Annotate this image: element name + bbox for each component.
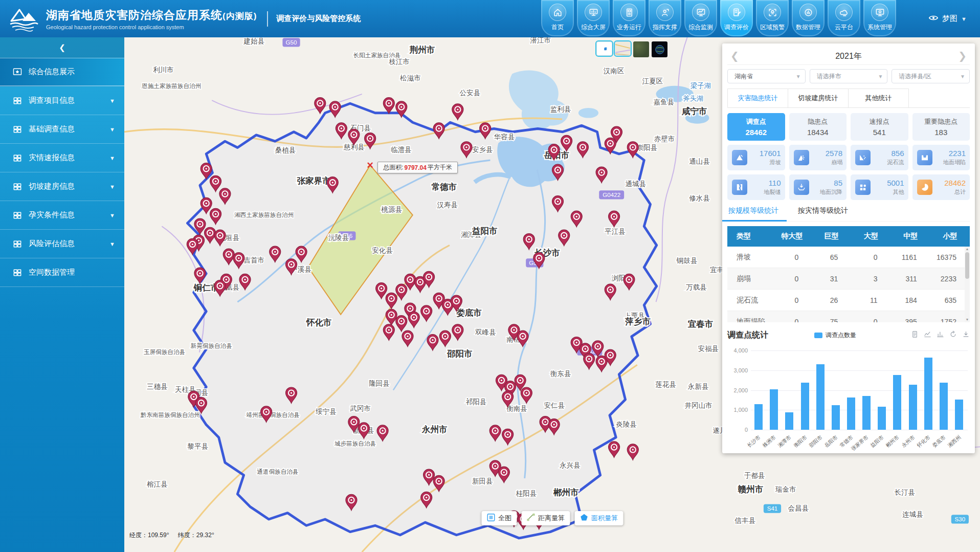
stat-card-重要隐患点[interactable]: 重要隐患点183 — [912, 113, 970, 141]
chart-bar-张家界市[interactable] — [862, 396, 871, 430]
county-label: 恩施土家族苗族自治州 — [141, 82, 201, 89]
hazard-card-滑坡[interactable]: 17601滑坡 — [727, 145, 785, 170]
region-select-2[interactable]: 请选择县/区▼ — [892, 69, 970, 83]
hazard-card-地面沉降[interactable]: 85地面沉降 — [789, 174, 847, 200]
nav-item-指挥支撑[interactable]: 指挥支撑 — [649, 0, 681, 36]
data-view-icon[interactable] — [911, 330, 919, 340]
nav-item-业务运行[interactable]: 业务运行 — [613, 0, 645, 36]
next-year-button[interactable]: ❯ — [955, 50, 970, 62]
chart-bar-衡阳市[interactable] — [801, 383, 809, 430]
chart-bar-湘潭市[interactable] — [785, 412, 793, 430]
table-row[interactable]: 崩塌03133112233 — [727, 268, 970, 290]
sidebar-item-孕灾条件信息[interactable]: 孕灾条件信息▼ — [0, 201, 124, 230]
chart-bar-长沙市[interactable] — [754, 404, 763, 430]
nav-item-综合监测[interactable]: 综合监测 — [684, 0, 717, 36]
nav-item-label: 首页 — [551, 23, 564, 32]
line-chart-icon[interactable] — [924, 330, 931, 340]
table-cell: 滑坡 — [727, 253, 772, 262]
scroll-up-icon[interactable]: ▲ — [965, 247, 970, 252]
region-select-1[interactable]: 请选择市▼ — [810, 69, 888, 83]
satellite-thumbnail[interactable] — [633, 41, 649, 57]
tab-其他统计[interactable]: 其他统计 — [848, 89, 909, 107]
chart-bar-常德市[interactable] — [847, 398, 855, 430]
tab-灾害隐患统计[interactable]: 灾害隐患统计 — [727, 89, 788, 107]
nav-item-调查评价[interactable]: 调查评价 — [720, 0, 753, 36]
measure-marker-icon: ✕ — [366, 160, 373, 170]
chart-bar-永州市[interactable] — [909, 385, 917, 430]
table-scrollbar[interactable]: ▲ ▼ — [965, 247, 970, 322]
map-tool-距离量算[interactable]: 距离量算 — [521, 511, 570, 525]
nav-item-label: 调查评价 — [724, 23, 749, 32]
user-menu[interactable]: 梦图 ▼ — [928, 0, 967, 37]
stat-card-label: 速报点 — [870, 117, 889, 126]
stat-card-隐患点[interactable]: 隐患点18434 — [789, 113, 847, 141]
chart-bar-郴州市[interactable] — [893, 375, 901, 430]
main-nav: 首页综合大屏业务运行指挥支撑综合监测调查评价区域预警数据管理云平台系统管理 — [541, 0, 899, 37]
tab-切坡建房统计[interactable]: 切坡建房统计 — [788, 89, 849, 107]
hazard-card-泥石流[interactable]: 856泥石流 — [851, 145, 908, 170]
nav-item-数据管理[interactable]: 数据管理 — [792, 0, 825, 36]
nav-item-系统管理[interactable]: 系统管理 — [863, 0, 896, 36]
sidebar-item-灾情速报信息[interactable]: 灾情速报信息▼ — [0, 144, 124, 172]
county-label: 黎平县 — [188, 443, 209, 450]
stat-card-调查点[interactable]: 调查点28462 — [727, 113, 785, 141]
app-title: 湖南省地质灾害防治综合应用系统 — [46, 9, 222, 21]
sidebar-item-调查项目信息[interactable]: 调查项目信息▼ — [0, 86, 124, 115]
eye-icon — [928, 13, 939, 25]
chart-bar-娄底市[interactable] — [940, 383, 948, 430]
hazard-card-崩塌[interactable]: 2578崩塌 — [789, 145, 847, 170]
grade-subtabs: 按规模等级统计按灾情等级统计 — [727, 206, 970, 222]
prev-year-button[interactable]: ❮ — [727, 50, 742, 62]
sidebar-item-综合信息展示[interactable]: 综合信息展示 — [0, 58, 124, 86]
table-cell: 3 — [851, 275, 890, 283]
county-label: 通山县 — [689, 158, 710, 165]
nav-item-综合大屏[interactable]: 综合大屏 — [577, 0, 610, 36]
collapse-icon — [794, 150, 809, 165]
hazard-card-label: 泥石流 — [887, 159, 904, 166]
chart-bar-湘西州[interactable] — [955, 400, 963, 430]
refresh-icon[interactable] — [949, 330, 957, 340]
globe-thumbnail[interactable] — [652, 41, 667, 57]
table-body[interactable]: 滑坡0650116116375崩塌03133112233泥石流026111846… — [727, 247, 970, 322]
hazard-card-总计[interactable]: 28462总计 — [912, 174, 970, 200]
county-label: 城步苗族自治县 — [335, 440, 376, 447]
sidebar-item-切坡建房信息[interactable]: 切坡建房信息▼ — [0, 172, 124, 201]
subtab-按灾情等级统计[interactable]: 按灾情等级统计 — [797, 206, 849, 221]
stat-card-速报点[interactable]: 速报点541 — [851, 113, 908, 141]
sidebar-item-风险评估信息[interactable]: 风险评估信息▼ — [0, 230, 124, 258]
map-tool-面积量算[interactable]: 面积量算 — [574, 511, 623, 525]
map-tool-全图[interactable]: 全图 — [481, 511, 517, 525]
hazard-card-地裂缝[interactable]: 110地裂缝 — [727, 174, 785, 200]
nav-item-label: 业务运行 — [617, 23, 641, 32]
county-label: 信丰县 — [734, 517, 756, 524]
chart-bar-怀化市[interactable] — [924, 358, 932, 430]
nav-item-区域预警[interactable]: 区域预警 — [756, 0, 789, 36]
roadmap-thumbnail[interactable] — [615, 41, 631, 56]
nav-item-云平台[interactable]: 云平台 — [828, 0, 860, 36]
county-label: 新晃侗族自治县 — [191, 342, 232, 349]
chart-bar-株洲市[interactable] — [770, 389, 778, 430]
hazard-card-地面塌陷[interactable]: 2231地面塌陷 — [912, 145, 970, 170]
chart-bar-益阳市[interactable] — [878, 407, 886, 430]
hazard-card-value: 2578 — [826, 149, 842, 158]
download-icon[interactable] — [962, 330, 970, 340]
table-row[interactable]: 滑坡0650116116375 — [727, 247, 970, 268]
table-cell: 16375 — [930, 253, 970, 261]
table-header-cell: 巨型 — [812, 232, 851, 241]
grid-icon — [12, 239, 23, 249]
sidebar-item-基础调查信息[interactable]: 基础调查信息▼ — [0, 115, 124, 144]
hazard-card-其他[interactable]: 5001其他 — [851, 174, 908, 200]
nav-item-首页[interactable]: 首页 — [541, 0, 574, 36]
table-cell: 0 — [851, 318, 890, 323]
bar-chart-icon[interactable] — [937, 330, 944, 340]
table-row[interactable]: 地面塌陷07503951752 — [727, 311, 970, 322]
layers-icon[interactable] — [596, 41, 612, 56]
region-select-0[interactable]: 湖南省▼ — [727, 69, 806, 83]
chart-bar-岳阳市[interactable] — [832, 405, 840, 430]
table-row[interactable]: 泥石流02611184635 — [727, 290, 970, 311]
sidebar-collapse-button[interactable]: ❮ — [0, 37, 124, 58]
scroll-down-icon[interactable]: ▼ — [965, 317, 970, 322]
sidebar-item-空间数据管理[interactable]: 空间数据管理 — [0, 258, 124, 287]
chart-bar-邵阳市[interactable] — [816, 364, 825, 430]
subtab-按规模等级统计[interactable]: 按规模等级统计 — [727, 206, 779, 221]
